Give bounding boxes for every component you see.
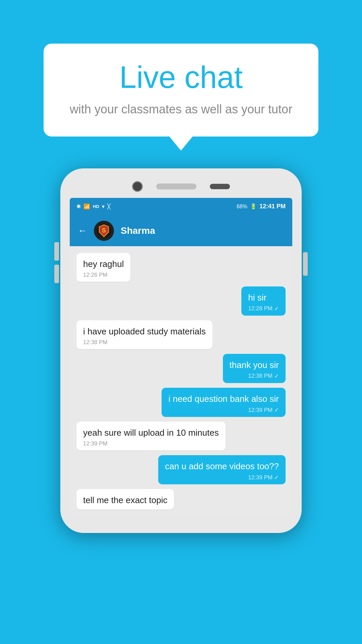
msg-time-5: 12:39 PM ✓ [168, 407, 279, 414]
phone-outer: ✱ 📶 HD ▾ ╳ 68% 🔋 12:41 PM ← [60, 168, 302, 533]
contact-avatar: S [94, 221, 114, 241]
read-checkmark-5: ✓ [274, 407, 279, 414]
msg-time-4: 12:38 PM ✓ [230, 373, 279, 380]
fingerprint-sensor [210, 184, 230, 189]
msg-text-3: i have uploaded study materials [83, 326, 206, 337]
hd-icon: HD [93, 204, 99, 209]
message-sent-7: can u add some videos too?? 12:39 PM ✓ [158, 455, 286, 484]
message-received-6: yeah sure will upload in 10 minutes 12:3… [76, 422, 226, 450]
message-received-3: i have uploaded study materials 12:38 PM [76, 320, 213, 349]
power-button [303, 252, 308, 276]
msg-time-1: 12:26 PM [83, 272, 124, 278]
status-icons: ✱ 📶 HD ▾ ╳ [76, 203, 111, 210]
data-icon: ╳ [107, 203, 111, 210]
wifi-icon: ▾ [102, 203, 105, 210]
message-received-1: hey raghul 12:26 PM [76, 253, 130, 282]
msg-time-6: 12:39 PM [83, 440, 219, 447]
phone-top [70, 178, 292, 198]
msg-text-5: i need question bank also sir [168, 393, 279, 405]
message-sent-5: i need question bank also sir 12:39 PM ✓ [162, 388, 286, 417]
phone-mockup: ✱ 📶 HD ▾ ╳ 68% 🔋 12:41 PM ← [60, 168, 302, 533]
msg-time-3: 12:38 PM [83, 339, 206, 346]
msg-text-2: hi sir [248, 292, 279, 304]
read-checkmark-7: ✓ [274, 474, 279, 481]
status-right: 68% 🔋 12:41 PM [237, 203, 286, 210]
bubble-subtitle: with your classmates as well as your tut… [67, 101, 295, 118]
msg-text-8: tell me the exact topic [83, 494, 167, 506]
contact-name: Sharma [121, 225, 155, 236]
status-bar: ✱ 📶 HD ▾ ╳ 68% 🔋 12:41 PM [70, 198, 292, 215]
msg-text-4: thank you sir [230, 359, 279, 371]
msg-text-1: hey raghul [83, 258, 124, 270]
read-checkmark-2: ✓ [274, 305, 279, 312]
msg-text-7: can u add some videos too?? [165, 461, 279, 472]
chat-header: ← S Sharma [70, 215, 292, 246]
battery-icon: 🔋 [250, 203, 257, 210]
vol-up [54, 242, 59, 261]
volume-buttons [54, 242, 59, 283]
bubble-title: Live chat [67, 60, 295, 94]
svg-text:S: S [102, 227, 106, 234]
status-time: 12:41 PM [259, 203, 286, 210]
signal-icon: 📶 [83, 203, 90, 210]
message-received-8-partial: tell me the exact topic [76, 489, 174, 509]
vol-down [54, 265, 59, 283]
msg-time-7: 12:39 PM ✓ [165, 474, 279, 481]
phone-screen: ✱ 📶 HD ▾ ╳ 68% 🔋 12:41 PM ← [70, 198, 292, 517]
chat-messages: hey raghul 12:26 PM hi sir 12:28 PM ✓ i … [70, 246, 292, 517]
message-sent-2: hi sir 12:28 PM ✓ [241, 286, 286, 316]
front-camera [132, 181, 143, 192]
msg-text-6: yeah sure will upload in 10 minutes [83, 427, 219, 439]
read-checkmark-4: ✓ [274, 373, 279, 380]
battery-percentage: 68% [237, 204, 247, 210]
earpiece-speaker [156, 183, 196, 190]
msg-time-2: 12:28 PM ✓ [248, 305, 279, 312]
bluetooth-icon: ✱ [76, 203, 81, 210]
back-button[interactable]: ← [78, 225, 87, 236]
message-sent-4: thank you sir 12:38 PM ✓ [223, 354, 286, 383]
speech-bubble: Live chat with your classmates as well a… [44, 44, 318, 137]
